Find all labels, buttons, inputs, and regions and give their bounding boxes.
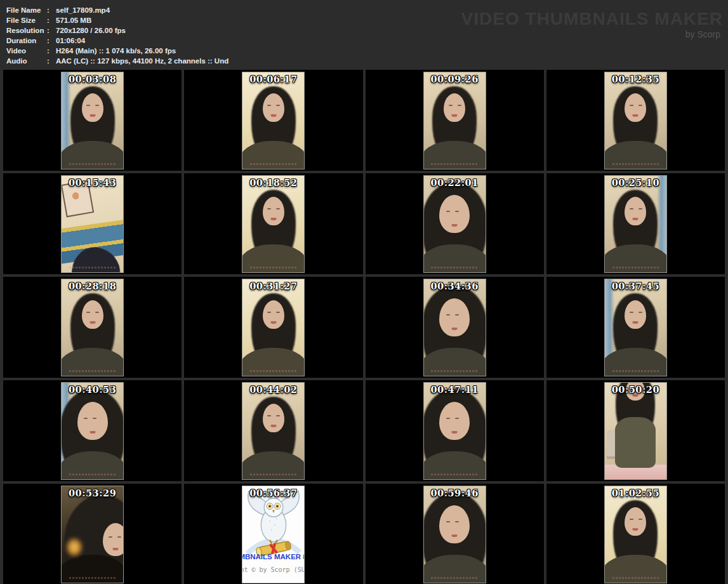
thumbnail-cell: 00:22:01 (366, 173, 544, 274)
thumbnail-cell: 00:34:36 (366, 277, 544, 378)
metadata-label: Duration (6, 36, 47, 46)
thumbnail-cell: 00:47:11 (366, 380, 544, 481)
video-thumbnail: 00:53:29 (61, 486, 124, 583)
thumbnail-cell: 00:53:29 (3, 484, 182, 584)
logo-copyright-text: nt © by Scorp (SU (242, 566, 305, 573)
metadata-separator: : (47, 15, 56, 25)
metadata-row: Video:H264 (Main) :: 1 074 kb/s, 26.00 f… (6, 46, 228, 56)
thumbnail-cell: 00:06:17 (184, 70, 362, 171)
person-torso-placeholder (423, 348, 486, 376)
thumbnail-watermark-line (431, 577, 478, 579)
thumbnail-cell: 00:15:43 (3, 173, 182, 274)
timestamp-label: 00:03:08 (62, 74, 123, 84)
person-torso-placeholder (615, 417, 656, 467)
timestamp-label: 00:53:29 (62, 488, 123, 498)
metadata-value: 01:06:04 (56, 36, 85, 46)
person-torso-placeholder (423, 244, 486, 273)
timestamp-label: 00:50:20 (605, 384, 666, 395)
thumbnail-watermark-line (612, 163, 659, 165)
person-torso-placeholder (604, 244, 667, 273)
timestamp-label: 00:15:43 (62, 177, 123, 188)
thumbnail-cell: 00:44:02 (184, 380, 362, 481)
metadata-block: File Name:self_17809.mp4File Size:571.05… (6, 5, 228, 66)
thumbnail-cell: 00:50:20 (546, 380, 725, 481)
metadata-separator: : (47, 36, 56, 46)
video-thumbnail: 00:59:46 (423, 486, 486, 583)
thumbnail-cell: 00:59:46 (366, 484, 544, 584)
timestamp-label: 00:44:02 (242, 384, 304, 395)
metadata-row: Duration:01:06:04 (6, 36, 228, 46)
metadata-row: Resolution:720x1280 / 26.00 fps (6, 25, 228, 36)
contact-sheet: File Name:self_17809.mp4File Size:571.05… (0, 0, 728, 584)
video-thumbnail: 00:15:43 (61, 175, 124, 273)
metadata-separator: : (47, 25, 56, 36)
timestamp-label: 00:09:26 (424, 74, 486, 84)
person-face-placeholder (444, 93, 465, 122)
person-torso-placeholder (61, 451, 124, 480)
person-face-placeholder (82, 300, 103, 329)
person-face-placeholder (625, 93, 646, 122)
person-torso-placeholder (604, 141, 667, 169)
person-face-placeholder (263, 404, 284, 432)
app-watermark: VIDEO THUMBNAILS MAKER by Scorp (461, 9, 723, 39)
thumbnail-watermark-line (431, 474, 478, 475)
timestamp-label: 00:18:52 (242, 177, 304, 188)
video-thumbnail: 00:18:52 (242, 175, 305, 273)
video-thumbnail: 00:34:36 (423, 279, 486, 376)
metadata-row: Audio:AAC (LC) :: 127 kbps, 44100 Hz, 2 … (6, 56, 228, 66)
video-thumbnail: 00:06:17 (242, 72, 305, 169)
thumbnail-watermark-line (612, 577, 659, 579)
person-face-placeholder (263, 93, 284, 122)
thumbnail-watermark-line (612, 370, 659, 372)
person-torso-placeholder (61, 141, 124, 169)
metadata-separator: : (47, 56, 56, 66)
timestamp-label: 00:37:45 (605, 281, 666, 291)
person-torso-placeholder (242, 348, 305, 376)
owl-logo-icon (243, 489, 303, 560)
video-thumbnail: 00:31:27 (242, 279, 305, 376)
thumbnail-watermark-line (250, 267, 297, 269)
video-thumbnail: 00:37:45 (604, 279, 667, 376)
timestamp-label: 00:34:36 (424, 281, 486, 291)
metadata-separator: : (47, 5, 56, 15)
thumbnail-watermark-line (69, 267, 116, 269)
thumbnail-watermark-line (69, 577, 116, 579)
owl-logo (243, 489, 303, 562)
metadata-label: Resolution (6, 25, 47, 36)
thumbnail-watermark-line (69, 474, 116, 475)
thumbnail-watermark-line (431, 370, 478, 372)
metadata-label: File Size (6, 15, 47, 25)
thumbnail-cell: 00:03:08 (3, 70, 182, 171)
person-torso-placeholder (604, 555, 667, 583)
video-thumbnail: 00:25:10 (604, 175, 667, 273)
person-face-placeholder (77, 402, 108, 440)
metadata-value: 571.05 MB (56, 15, 91, 25)
metadata-label: Video (6, 46, 47, 56)
person-face-placeholder (439, 195, 470, 233)
header: File Name:self_17809.mp4File Size:571.05… (0, 0, 728, 69)
video-thumbnail: 00:03:08 (61, 72, 124, 169)
person-face-placeholder (439, 505, 470, 543)
thumbnail-cell: 00:18:52 (184, 173, 362, 274)
person-torso-placeholder (71, 244, 122, 272)
person-face-placeholder (625, 300, 646, 329)
thumbnail-cell: 00:25:10 (546, 173, 725, 274)
metadata-separator: : (47, 46, 56, 56)
timestamp-label: 00:06:17 (242, 74, 304, 84)
metadata-label: File Name (6, 5, 47, 15)
person-face-placeholder (103, 523, 124, 556)
person-torso-placeholder (61, 555, 124, 583)
thumbnail-watermark-line (250, 163, 297, 165)
thumbnail-watermark-line (250, 474, 297, 475)
video-thumbnail: 01:02:55 (604, 486, 667, 583)
thumbnail-watermark-line (69, 163, 116, 165)
person-torso-placeholder (423, 555, 486, 583)
metadata-row: File Name:self_17809.mp4 (6, 5, 228, 15)
timestamp-label: 00:25:10 (605, 177, 666, 188)
thumbnail-watermark-line (431, 163, 478, 165)
timestamp-label: 00:47:11 (424, 384, 486, 395)
thumbnail-grid: 00:03:0800:06:1700:09:2600:12:3500:15:43… (3, 70, 725, 584)
timestamp-label: 00:12:35 (605, 74, 666, 84)
thumbnail-watermark-line (612, 267, 659, 269)
thumbnail-watermark-line (69, 370, 116, 372)
